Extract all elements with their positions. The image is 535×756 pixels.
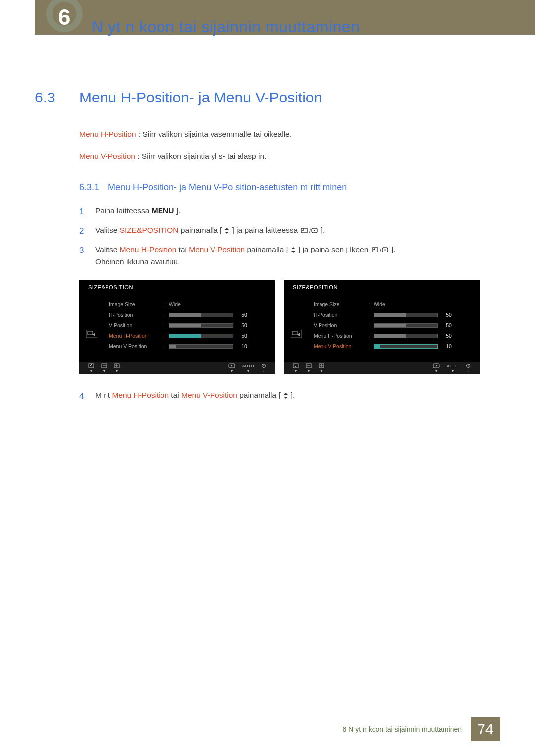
osd-btn-plus: ▾ [319, 363, 324, 373]
svg-point-31 [436, 365, 437, 366]
step-num-1: 1 [79, 205, 86, 218]
step4-t4: ]. [291, 391, 295, 399]
chapter-number-icon: 6 [40, 0, 89, 40]
mvpos-label: Menu V-Position [181, 391, 237, 399]
step4-t2: tai [169, 391, 181, 399]
subsection-title: Menu H-Position- ja Menu V-Po sition-ase… [108, 182, 347, 193]
section-title: Menu H-Position- ja Menu V-Position [79, 89, 322, 106]
svg-rect-12 [89, 364, 94, 368]
svg-point-19 [231, 365, 232, 366]
step-4: 4 M rit Menu H-Position tai Menu V-Posit… [79, 389, 500, 403]
step3-t4: ] ja paina sen j lkeen [298, 245, 371, 253]
svg-rect-23 [292, 331, 297, 335]
hpos-text: : Siirr valikon sijainta vasemmalle tai … [136, 130, 292, 138]
osd-mvpos-value: 10 [441, 343, 452, 349]
chapter-title: N yt n koon tai sijainnin muuttaminen [92, 18, 360, 36]
osd-hpos-value: 50 [441, 312, 452, 318]
osd-btn-plus: ▾ [114, 363, 120, 373]
osd-panel-1: SIZE&POSITION Image Size:Wide H-Position… [79, 280, 275, 374]
osd-btn-auto: AUTO▾ [447, 364, 459, 373]
step2-t3: ] ja paina laitteessa [232, 226, 300, 234]
svg-text:/: / [380, 247, 382, 253]
svg-point-5 [314, 230, 316, 231]
step3-t2: tai [176, 245, 189, 253]
osd-btn-left: ▾ [293, 363, 299, 373]
osd-panel-2: SIZE&POSITION Image Size:Wide H-Position… [284, 280, 480, 374]
osd-image-size-value: Wide [374, 302, 398, 307]
step1-t2: ]. [174, 206, 180, 215]
osd-title: SIZE&POSITION [88, 284, 133, 290]
osd-image-size-value: Wide [169, 302, 194, 307]
osd-hpos-value: 50 [236, 312, 247, 318]
svg-text:6: 6 [58, 4, 71, 29]
step2-t4: ]. [319, 226, 325, 234]
osd-image-size-label: Image Size [109, 302, 163, 307]
desc-vpos: Menu V-Position : Siirr valikon sijainti… [79, 151, 500, 162]
source-enter-icon: / [301, 227, 318, 234]
svg-rect-11 [88, 331, 93, 335]
step2-t1: Valitse [95, 226, 120, 234]
osd-btn-auto: AUTO▾ [242, 364, 254, 373]
osd-btn-power: • [466, 363, 471, 373]
svg-rect-6 [372, 248, 378, 252]
osd-mvpos-label: Menu V-Position [314, 343, 368, 349]
up-down-icon [289, 247, 297, 253]
osd-hpos-label: H-Position [109, 312, 163, 318]
footer-chapter-text: 6 N yt n koon tai sijainnin muuttaminen [334, 721, 471, 737]
osd-btn-minus: ▾ [101, 363, 107, 373]
svg-text:/: / [309, 228, 311, 234]
step1-t1: Paina laitteessa [95, 206, 152, 215]
step3-t3: painamalla [ [245, 245, 288, 253]
osd-vpos-label: V-Position [109, 322, 163, 328]
osd-category-icon [86, 330, 97, 338]
section-number: 6.3 [35, 89, 69, 106]
osd-title: SIZE&POSITION [293, 284, 338, 290]
step3-t6: Oheinen ikkuna avautuu. [95, 257, 180, 266]
step4-t1: M rit [95, 391, 112, 399]
step3-t5: ]. [389, 245, 396, 253]
hpos-label: Menu H-Position [79, 130, 136, 138]
osd-btn-minus: ▾ [306, 363, 312, 373]
up-down-icon [223, 228, 231, 234]
step4-t3: painamalla [ [237, 391, 281, 399]
size-position-label: SIZE&POSITION [120, 226, 179, 234]
svg-rect-2 [301, 228, 307, 233]
osd-mhpos-label: Menu H-Position [314, 333, 368, 339]
osd-vpos-value: 50 [236, 322, 247, 328]
osd-mhpos-value: 50 [236, 333, 247, 339]
page-number: 74 [471, 717, 500, 741]
osd-image-size-label: Image Size [314, 302, 368, 307]
svg-rect-24 [293, 364, 298, 368]
svg-point-9 [384, 249, 386, 251]
osd-mhpos-label: Menu H-Position [109, 333, 163, 339]
desc-hpos: Menu H-Position : Siirr valikon sijainta… [79, 128, 500, 140]
osd-category-icon [291, 330, 302, 338]
osd-vpos-label: V-Position [314, 322, 368, 328]
step-num-4: 4 [79, 389, 86, 403]
step-3: 3 Valitse Menu H-Position tai Menu V-Pos… [79, 244, 500, 268]
step-2: 2 Valitse SIZE&POSITION painamalla [] ja… [79, 224, 500, 238]
osd-btn-power: • [261, 363, 266, 373]
osd-mvpos-label: Menu V-Position [109, 343, 163, 349]
source-enter-icon: / [372, 247, 388, 253]
osd-vpos-value: 50 [441, 322, 452, 328]
menu-label: MENU [152, 206, 174, 215]
osd-mhpos-value: 50 [441, 333, 452, 339]
mhpos-label: Menu H-Position [120, 245, 177, 253]
step2-t2: painamalla [ [179, 226, 222, 234]
step3-t1: Valitse [95, 245, 120, 253]
osd-hpos-label: H-Position [314, 312, 368, 318]
vpos-text: : Siirr valikon sijaintia yl s- tai alas… [135, 152, 266, 160]
osd-btn-enter: ▾ [228, 363, 235, 373]
vpos-label: Menu V-Position [79, 152, 135, 160]
osd-mvpos-value: 10 [236, 343, 247, 349]
step-num-2: 2 [79, 224, 86, 238]
osd-btn-enter: ▾ [433, 363, 440, 373]
osd-btn-left: ▾ [88, 363, 94, 373]
step-1: 1 Paina laitteessa MENU ]. [79, 205, 500, 218]
mvpos-label: Menu V-Position [189, 245, 245, 253]
subsection-number: 6.3.1 [79, 182, 99, 193]
step-num-3: 3 [79, 244, 86, 268]
mhpos-label: Menu H-Position [112, 391, 169, 399]
up-down-icon [282, 393, 290, 399]
